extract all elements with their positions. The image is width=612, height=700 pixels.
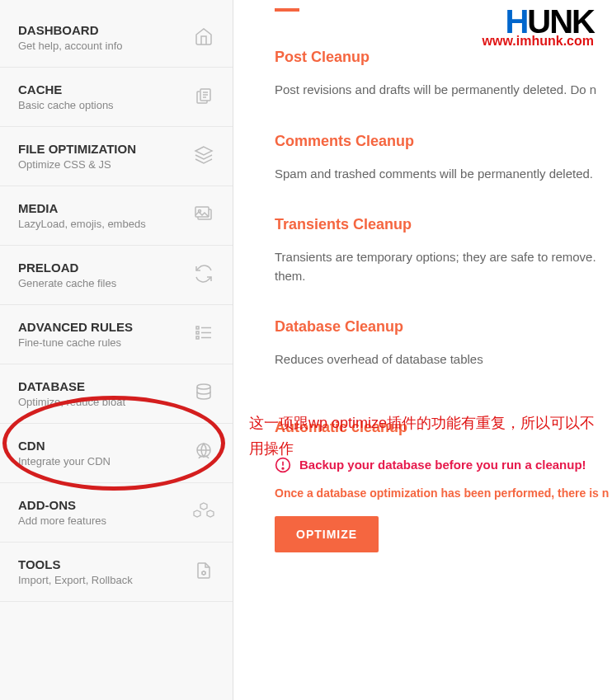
sidebar-item-title: DASHBOARD [18,23,185,37]
file-gear-icon [193,560,214,581]
sidebar-item-title: CDN [18,439,185,453]
sidebar-item-subtitle: Import, Export, Rollback [18,574,185,586]
svg-rect-9 [196,331,199,334]
sidebar-item-subtitle: Optimize CSS & JS [18,158,185,171]
sidebar-item-title: PRELOAD [18,261,185,275]
sidebar-item-title: ADVANCED RULES [18,320,185,334]
section-description: Spam and trashed comments will be perman… [275,165,612,184]
refresh-icon [193,263,214,284]
sidebar-item-file-optimization[interactable]: FILE OPTIMIZATION Optimize CSS & JS [0,127,233,186]
active-tab-indicator [275,8,299,12]
cubes-icon [193,500,214,522]
svg-point-19 [282,467,284,469]
danger-note: Once a database optimization has been pe… [275,486,612,500]
svg-rect-8 [196,327,199,329]
sidebar-item-title: DATABASE [18,379,185,393]
section-description: Reduces overhead of database tables [275,350,612,369]
optimize-button[interactable]: OPTIMIZE [275,516,379,552]
sidebar-item-title: MEDIA [18,201,185,215]
sidebar-item-database[interactable]: DATABASE Optimize, reduce bloat [0,364,233,424]
layers-icon [193,144,214,166]
section-database-cleanup: Database Cleanup Reduces overhead of dat… [275,318,612,369]
sidebar-item-title: ADD-ONS [18,498,185,512]
sidebar-item-media[interactable]: MEDIA LazyLoad, emojis, embeds [0,186,233,246]
list-icon [193,322,214,344]
sidebar-item-subtitle: Add more features [18,514,185,527]
svg-marker-4 [195,147,212,155]
section-heading: Post Cleanup [275,49,612,66]
section-transients-cleanup: Transients Cleanup Transients are tempor… [275,216,612,285]
database-icon [193,382,214,403]
sidebar-item-title: TOOLS [18,557,185,571]
section-description: Transients are temporary options; they a… [275,248,612,285]
sidebar-item-tools[interactable]: TOOLS Import, Export, Rollback [0,543,233,602]
sidebar-item-subtitle: Get help, account info [18,40,185,52]
svg-rect-10 [196,336,199,339]
images-icon [193,204,214,225]
main-content: Post Cleanup Post revisions and drafts w… [233,0,612,700]
svg-point-14 [197,384,210,389]
sidebar-item-subtitle: Basic cache options [18,99,185,111]
section-heading: Database Cleanup [275,318,612,336]
home-icon [193,26,214,47]
annotation-text: 这一项跟wp optimize插件的功能有重复，所以可以不用操作 [249,411,599,461]
sidebar: DASHBOARD Get help, account info CACHE B… [0,0,233,700]
sidebar-item-subtitle: Fine-tune cache rules [18,336,185,349]
logo-overlay: HUNK www.imhunk.com [483,7,594,49]
sidebar-item-subtitle: Optimize, reduce bloat [18,396,185,408]
sidebar-item-addons[interactable]: ADD-ONS Add more features [0,483,233,543]
sidebar-item-subtitle: Integrate your CDN [18,455,185,467]
copy-icon [193,85,214,106]
sidebar-item-title: FILE OPTIMIZATION [18,142,185,156]
globe-icon [193,441,214,463]
section-post-cleanup: Post Cleanup Post revisions and drafts w… [275,49,612,100]
sidebar-item-advanced-rules[interactable]: ADVANCED RULES Fine-tune cache rules [0,305,233,364]
sidebar-item-dashboard[interactable]: DASHBOARD Get help, account info [0,8,233,68]
sidebar-item-subtitle: LazyLoad, emojis, embeds [18,218,185,230]
sidebar-item-cache[interactable]: CACHE Basic cache options [0,68,233,127]
sidebar-item-subtitle: Generate cache files [18,277,185,289]
logo-url: www.imhunk.com [483,34,594,49]
section-description: Post revisions and drafts will be perman… [275,81,612,100]
section-heading: Transients Cleanup [275,216,612,233]
section-comments-cleanup: Comments Cleanup Spam and trashed commen… [275,133,612,184]
sidebar-item-cdn[interactable]: CDN Integrate your CDN [0,424,233,483]
logo-text: HUNK [483,7,594,36]
sidebar-item-title: CACHE [18,82,185,96]
section-heading: Comments Cleanup [275,133,612,150]
sidebar-item-preload[interactable]: PRELOAD Generate cache files [0,246,233,305]
